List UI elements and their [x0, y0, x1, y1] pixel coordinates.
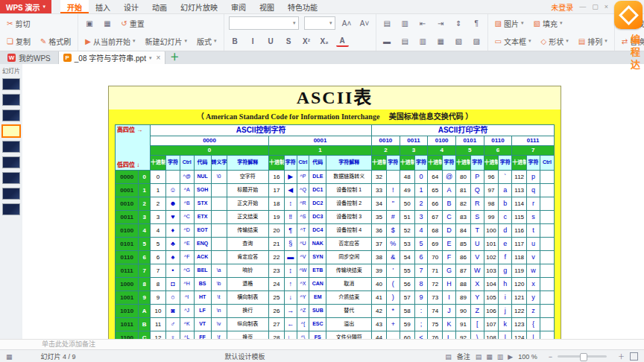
login-status[interactable]: 未登录 [551, 1, 573, 13]
play-from-current-button[interactable]: ▶从当前开始▾ [83, 35, 137, 48]
paragraph-format-icon[interactable]: ▤ [399, 35, 411, 47]
shape-button[interactable]: ◇形状▾ [539, 35, 571, 48]
ascii-cell: 4 [139, 224, 151, 238]
view-reading-icon[interactable]: ▥ [497, 353, 504, 361]
ascii-cell: 0 [151, 146, 269, 156]
menu-tab-审阅[interactable]: 审阅 [224, 0, 253, 13]
ascii-cell: j [499, 305, 512, 318]
close-tab-icon[interactable]: × [156, 54, 160, 62]
ascii-cell: 字符解释 [326, 156, 372, 171]
grow-font-button[interactable]: A˄ [341, 17, 353, 29]
tab-menu-icon[interactable]: ▾ [149, 55, 152, 61]
paragraph-format-icon[interactable]: ⇥ [435, 17, 447, 29]
bold-button[interactable]: B [229, 35, 242, 47]
ascii-cell: ♣ [165, 238, 180, 251]
ascii-cell: 22 [268, 251, 284, 264]
menu-tab-设计[interactable]: 设计 [117, 0, 145, 13]
ascii-cell: 5 [414, 238, 428, 251]
underline-button[interactable]: U [265, 35, 277, 47]
maximize-icon[interactable]: ▢ [592, 3, 599, 10]
new-slide-button[interactable]: 新建幻灯片▾ [143, 35, 190, 48]
slide-thumbnail-6[interactable] [2, 156, 20, 168]
ascii-cell: ^D [180, 224, 194, 238]
arrange-button[interactable]: ▤排列▾ [576, 35, 610, 48]
brush-icon: ✎ [40, 37, 46, 45]
font-color-button[interactable]: A [336, 35, 349, 47]
notes-placeholder[interactable]: 单击此处添加备注 [0, 339, 644, 350]
shrink-font-button[interactable]: A˅ [359, 17, 371, 29]
format-painter-button[interactable]: ✎格式刷 [38, 35, 73, 48]
tab-my-wps[interactable]: W 我的WPS [0, 51, 58, 64]
menu-tab-特色功能[interactable]: 特色功能 [281, 0, 324, 13]
ascii-cell: 86 [455, 251, 470, 264]
ascii-cell: 87 [455, 264, 470, 278]
font-family-select[interactable]: ▾ [229, 16, 299, 30]
paragraph-format-icon[interactable]: ▬ [381, 35, 394, 47]
ascii-cell: 7 [512, 146, 555, 156]
strikethrough-button[interactable]: S [282, 35, 295, 47]
app-menu-button[interactable]: WPS 演示▾ [0, 0, 51, 13]
slide-thumbnail-8[interactable] [2, 188, 20, 200]
slide-thumbnail-2[interactable] [2, 94, 20, 106]
zoom-slider-knob[interactable] [580, 353, 587, 361]
view-sorter-icon[interactable]: ▦ [486, 353, 493, 361]
menu-tab-开始[interactable]: 开始 [60, 0, 89, 13]
menu-tab-插入[interactable]: 插入 [89, 0, 117, 13]
ascii-cell: ▬ [284, 251, 297, 264]
zoom-out-icon[interactable]: − [549, 353, 552, 361]
zoom-in-icon[interactable]: ＋ [618, 352, 625, 361]
design-template-label[interactable]: 默认设计模板 [225, 352, 265, 361]
paragraph-format-icon[interactable]: ▤ [381, 17, 394, 29]
font-size-select[interactable]: ▾ [304, 16, 335, 30]
tab-document[interactable]: P _08 字符与字符串.ppt ▾ × [58, 51, 166, 64]
zoom-slider[interactable] [558, 355, 607, 358]
slide-thumbnail-4[interactable] [2, 125, 20, 137]
minimize-icon[interactable]: — [579, 3, 586, 10]
new-slide-icon[interactable]: ▣ [83, 17, 95, 29]
grid-icon[interactable]: ▦ [6, 353, 13, 361]
ascii-cell: ^G [180, 264, 194, 278]
slideshow-icon[interactable]: ▶ [508, 353, 513, 361]
new-tab-button[interactable]: ＋ [170, 50, 179, 64]
paragraph-format-icon[interactable]: ▥ [417, 35, 429, 47]
menu-tab-动画[interactable]: 动画 [145, 0, 174, 13]
slide-thumbnail-1[interactable] [2, 78, 20, 90]
reset-button[interactable]: ↺重置 [119, 17, 146, 30]
slide-thumbnail-5[interactable] [2, 141, 20, 153]
ascii-cell: 0111 [116, 264, 139, 278]
paragraph-format-icon[interactable]: ⇤ [417, 17, 429, 29]
copy-button[interactable]: ❏复制 [4, 35, 33, 48]
textbox-button[interactable]: ▭文本框▾ [493, 35, 534, 48]
view-normal-icon[interactable]: ▤ [476, 353, 482, 361]
notes-toggle[interactable]: 备注 [457, 352, 470, 361]
paragraph-format-icon[interactable]: ▨ [470, 35, 483, 47]
ascii-row: 1100C12♀^LFF\f换页28∟^\FS文件分隔符44,60<76L92\… [116, 331, 555, 340]
slide-thumbnail-3[interactable] [2, 109, 20, 121]
ascii-cell: 67 [428, 211, 443, 224]
paragraph-format-icon[interactable]: ⇕ [452, 17, 465, 29]
close-window-icon[interactable]: × [604, 3, 608, 10]
note-icon[interactable]: ▤ [445, 353, 452, 361]
italic-button[interactable]: I [247, 35, 259, 47]
layout-icon[interactable]: ▦ [101, 17, 113, 29]
menu-tab-视图[interactable]: 视图 [253, 0, 281, 13]
paragraph-format-icon[interactable]: ¶ [470, 17, 483, 29]
fit-slide-icon[interactable] [630, 352, 638, 361]
slide-thumbnail-9[interactable] [2, 203, 20, 215]
cut-button[interactable]: ✂剪切 [4, 17, 32, 30]
ascii-cell: 56 [400, 278, 414, 291]
picture-button[interactable]: ▨图片▾ [493, 17, 526, 30]
ascii-cell: 3 [139, 211, 151, 224]
menu-tab-幻灯片放映[interactable]: 幻灯片放映 [174, 0, 224, 13]
paragraph-format-icon[interactable]: ▧ [452, 35, 465, 47]
paragraph-format-icon[interactable]: ▥ [399, 17, 411, 29]
slide-canvas[interactable]: ASCII表 （ American Standard Code for Info… [108, 86, 561, 339]
ascii-cell: ◀ [284, 184, 297, 197]
superscript-button[interactable]: X² [300, 35, 313, 47]
subscript-button[interactable]: X₂ [318, 35, 331, 47]
ascii-cell: 68 [428, 224, 443, 238]
fill-button[interactable]: ▧填充▾ [531, 17, 565, 30]
layout-button[interactable]: 版式▾ [195, 35, 219, 48]
paragraph-format-icon[interactable]: ▦ [435, 35, 447, 47]
slide-thumbnail-7[interactable] [2, 172, 20, 184]
